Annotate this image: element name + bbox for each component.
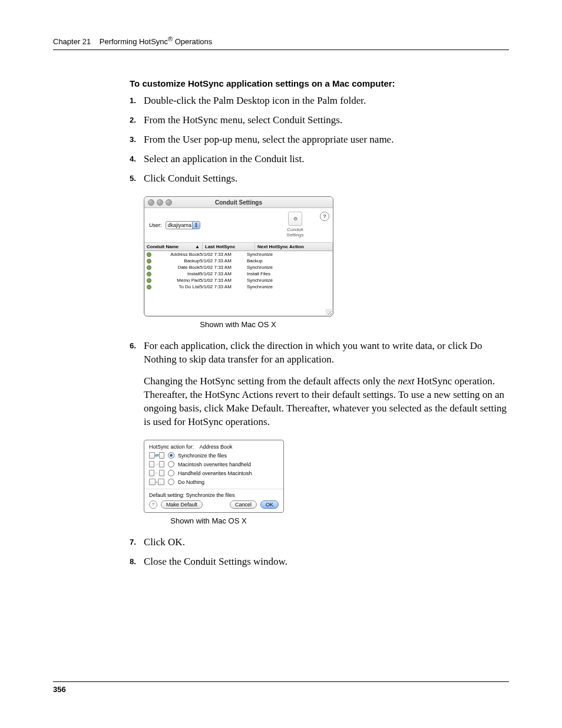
sort-asc-icon: ▲ [195, 244, 200, 249]
radio-unselected[interactable] [168, 479, 174, 485]
toolbar-button-label: Conduit Settings [287, 227, 304, 238]
option-mac-overwrites[interactable]: → Macintosh overwrites handheld [149, 461, 279, 468]
step-number: 1. [130, 94, 144, 108]
col-next-action[interactable]: Next HotSync Action [255, 243, 333, 251]
page-number: 356 [53, 685, 66, 694]
radio-selected[interactable] [168, 452, 174, 459]
table-row[interactable]: Memo Pad 5/1/02 7:33 AM Synchronize [144, 277, 333, 284]
option-synchronize[interactable]: ⇄ Synchronize the files [149, 452, 279, 459]
table-row[interactable]: To Do List 5/1/02 7:33 AM Synchronize [144, 284, 333, 290]
arrow-left-icon: ← [154, 470, 159, 476]
figure-caption: Shown with Mac OS X [144, 320, 332, 329]
table-row[interactable]: Backup 5/1/02 7:33 AM Backup [144, 258, 333, 264]
step-text: Double-click the Palm Desktop icon in th… [144, 94, 366, 108]
step-text: From the HotSync menu, select Conduit Se… [144, 114, 342, 127]
cancel-button[interactable]: Cancel [230, 500, 257, 509]
default-setting-text: Default setting: Synchronize the files [149, 492, 279, 498]
chapter-label: Chapter 21 [53, 37, 91, 46]
radio-unselected[interactable] [168, 470, 174, 476]
header-rule [53, 50, 509, 50]
chapter-title-suffix: Operations [173, 37, 212, 46]
make-default-button[interactable]: Make Default [161, 500, 203, 509]
hotsync-action-dialog: HotSync action for: Address Book ⇄ Synch… [144, 440, 284, 513]
user-label: User: [149, 222, 162, 228]
step-number: 7. [130, 536, 144, 549]
step-2: 2. From the HotSync menu, select Conduit… [130, 114, 509, 127]
status-dot-icon [147, 285, 151, 289]
page-header: Chapter 21 Performing HotSync® Operation… [53, 35, 509, 50]
sync-arrows-icon: ⇄ [155, 453, 159, 458]
step-7: 7. Click OK. [130, 536, 509, 549]
help-icon[interactable]: ? [320, 212, 329, 221]
step-6: 6. For each application, click the direc… [130, 340, 509, 367]
arrow-right-icon: → [154, 462, 159, 467]
status-dot-icon [147, 272, 151, 276]
option-do-nothing[interactable]: • Do Nothing [149, 479, 279, 486]
dialog-header: HotSync action for: Address Book [149, 444, 279, 450]
window-titlebar: Conduit Settings [144, 197, 333, 208]
step-number: 3. [130, 133, 144, 147]
step-text: Select an application in the Conduit lis… [144, 153, 304, 166]
chapter-title-prefix: Performing HotSync [100, 37, 168, 46]
figure-caption: Shown with Mac OS X [144, 516, 273, 525]
step-6-paragraph: Changing the HotSync setting from the de… [144, 375, 509, 429]
help-icon[interactable]: ? [149, 500, 157, 509]
radio-unselected[interactable] [168, 461, 174, 467]
registered-mark: ® [168, 35, 173, 42]
step-1: 1. Double-click the Palm Desktop icon in… [130, 94, 509, 108]
footer-rule [53, 681, 509, 682]
status-dot-icon [147, 252, 151, 257]
step-number: 4. [130, 153, 144, 166]
conduit-settings-window: Conduit Settings User: dkajiyama ▲▼ ⚙ Co… [144, 196, 333, 317]
resize-handle-icon[interactable] [326, 309, 332, 315]
option-handheld-overwrites[interactable]: ← Handheld overwrites Macintosh [149, 470, 279, 477]
table-row[interactable]: Date Book 5/1/02 7:33 AM Synchronize [144, 264, 333, 271]
section-subheading: To customize HotSync application setting… [130, 78, 509, 88]
user-popup[interactable]: dkajiyama ▲▼ [166, 221, 201, 229]
step-number: 2. [130, 114, 144, 127]
conduit-settings-icon: ⚙ [293, 216, 297, 222]
conduit-list[interactable]: Address Book 5/1/02 7:33 AM Synchronize … [144, 251, 333, 316]
status-dot-icon [147, 259, 151, 263]
chevron-updown-icon: ▲▼ [192, 222, 200, 229]
col-conduit-name[interactable]: Conduit Name▲ [144, 243, 203, 251]
table-row[interactable]: Address Book 5/1/02 7:33 AM Synchronize [144, 251, 333, 258]
step-5: 5. Click Conduit Settings. [130, 172, 509, 186]
window-title: Conduit Settings [144, 199, 333, 206]
status-dot-icon [147, 278, 151, 283]
step-text: Click OK. [144, 536, 185, 549]
table-row[interactable]: Install 5/1/02 7:33 AM Install Files [144, 271, 333, 277]
window-toolbar: User: dkajiyama ▲▼ ⚙ Conduit Settings ? [144, 208, 333, 243]
step-8: 8. Close the Conduit Settings window. [130, 555, 509, 569]
ok-button[interactable]: OK [260, 500, 279, 509]
dot-separator-icon: • [156, 479, 158, 485]
status-dot-icon [147, 265, 151, 270]
step-text: Click Conduit Settings. [144, 172, 237, 186]
step-number: 5. [130, 172, 144, 186]
step-4: 4. Select an application in the Conduit … [130, 153, 509, 166]
step-number: 6. [130, 340, 144, 367]
step-3: 3. From the User pop-up menu, select the… [130, 133, 509, 147]
step-text: Close the Conduit Settings window. [144, 555, 287, 569]
step-number: 8. [130, 555, 144, 569]
step-text: For each application, click the directio… [144, 340, 509, 367]
user-popup-value: dkajiyama [168, 222, 192, 228]
step-text: From the User pop-up menu, select the ap… [144, 133, 394, 147]
conduit-settings-toolbar-button[interactable]: ⚙ Conduit Settings [281, 212, 309, 238]
col-last-hotsync[interactable]: Last HotSync [203, 243, 255, 251]
column-headers[interactable]: Conduit Name▲ Last HotSync Next HotSync … [144, 243, 333, 251]
